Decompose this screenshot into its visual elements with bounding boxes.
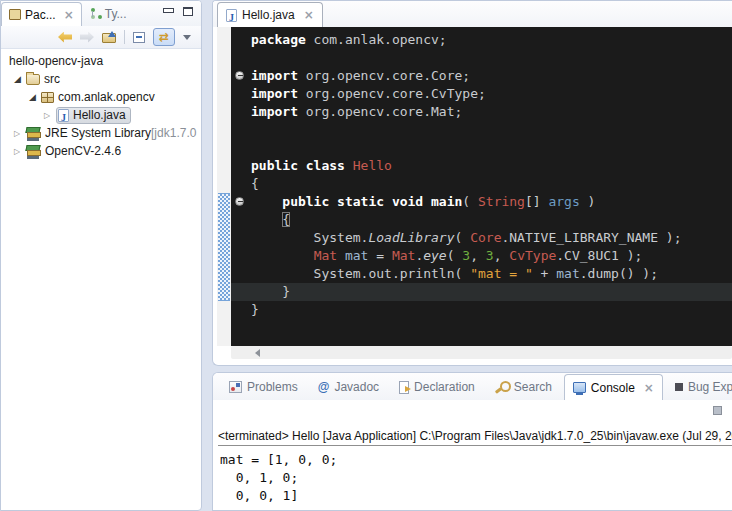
bug-explorer-icon: [675, 383, 683, 391]
up-icon[interactable]: [102, 31, 116, 43]
code-line[interactable]: import org.opencv.core.CvType;: [251, 85, 732, 103]
twistie-collapsed-icon[interactable]: ▷: [44, 111, 56, 120]
bottom-tab-label: Bug Explorer: [688, 380, 732, 394]
link-with-editor-button[interactable]: [153, 28, 175, 46]
forward-icon[interactable]: [80, 32, 94, 43]
package-icon: [41, 92, 54, 103]
view-menu-icon[interactable]: [183, 35, 191, 40]
code-text[interactable]: package com.anlak.opencv; import org.ope…: [231, 27, 732, 346]
package-explorer-tabbar: Pac...×Ty...: [1, 1, 201, 26]
editor-tabbar: Hello.java ×: [213, 1, 732, 27]
scroll-left-icon[interactable]: [255, 349, 260, 357]
view-tab-label: Pac...: [25, 8, 56, 22]
library-icon: [26, 145, 41, 158]
close-icon[interactable]: ×: [644, 382, 654, 394]
code-line[interactable]: }: [231, 283, 732, 301]
maximize-icon[interactable]: [183, 7, 193, 16]
code-editor[interactable]: package com.anlak.opencv; import org.ope…: [217, 27, 732, 346]
package-explorer-view: Pac...×Ty... hello-opencv-java◢src◢com.a…: [0, 0, 202, 511]
bottom-tab-javadoc[interactable]: Javadoc: [310, 374, 387, 400]
twistie-collapsed-icon[interactable]: ▷: [14, 147, 26, 156]
bottom-tab-label: Declaration: [414, 380, 475, 394]
code-line[interactable]: }: [251, 301, 732, 319]
tree-item-label: com.anlak.opencv: [58, 90, 155, 104]
bottom-tab-declaration[interactable]: Declaration: [391, 374, 483, 400]
bottom-tab-label: Console: [591, 381, 635, 395]
code-line[interactable]: [251, 121, 732, 139]
code-line[interactable]: package com.anlak.opencv;: [251, 31, 732, 49]
view-tab-pac[interactable]: Pac...×: [1, 2, 82, 26]
view-window-buttons: [163, 7, 193, 16]
selected-tree-item: Hello.java: [56, 107, 131, 124]
tree-item-decoration: [jdk1.7.0: [151, 126, 196, 140]
package-explorer-toolbar: [1, 26, 201, 49]
tree-item-com-anlak-opencv[interactable]: ◢com.anlak.opencv: [1, 88, 201, 106]
code-line[interactable]: System.out.println( "mat = " + mat.dump(…: [251, 265, 732, 283]
code-line[interactable]: import org.opencv.core.Core;: [251, 67, 732, 85]
eclipse-workbench: { "colors": { "desktop_bg": "#dbe2ef", "…: [0, 0, 732, 511]
bottom-tab-problems[interactable]: Problems: [221, 374, 306, 400]
view-tab-label: Ty...: [105, 7, 127, 21]
twistie-collapsed-icon[interactable]: ▷: [14, 129, 26, 138]
twistie-expanded-icon[interactable]: ◢: [29, 92, 41, 102]
toolbar-separator: [124, 30, 125, 44]
tree-item-label: hello-opencv-java: [9, 54, 103, 68]
tree-item-hello-opencv-java[interactable]: hello-opencv-java: [1, 52, 201, 70]
editor-tab-hello-java[interactable]: Hello.java ×: [217, 2, 323, 27]
collapse-all-icon[interactable]: [133, 32, 145, 43]
console-view: ProblemsJavadocDeclarationSearchConsole×…: [212, 372, 732, 511]
search-icon: [495, 381, 509, 394]
tree-item-opencv-2-4-6[interactable]: ▷OpenCV-2.4.6: [1, 142, 201, 160]
close-icon[interactable]: ×: [64, 9, 74, 21]
view-tab-ty[interactable]: Ty...: [82, 2, 134, 26]
editor-vertical-ruler[interactable]: [217, 27, 231, 346]
bottom-tab-label: Javadoc: [334, 380, 379, 394]
back-icon[interactable]: [58, 32, 72, 43]
code-line[interactable]: {: [251, 175, 732, 193]
code-line[interactable]: [251, 139, 732, 157]
code-line[interactable]: public static void main( String[] args ): [251, 193, 732, 211]
tree-item-label: JRE System Library: [45, 126, 151, 140]
close-icon[interactable]: ×: [304, 9, 314, 21]
code-line[interactable]: System.LoadLibrary( Core.NATIVE_LIBRARY_…: [251, 229, 732, 247]
project-tree: hello-opencv-java◢src◢com.anlak.opencv▷H…: [1, 49, 201, 160]
bottom-tab-bug-explorer[interactable]: Bug Explorer: [667, 374, 732, 400]
javadoc-icon: [318, 380, 330, 394]
problems-icon: [229, 381, 242, 393]
link-with-editor-icon: [159, 30, 169, 44]
bottom-tab-console[interactable]: Console×: [564, 374, 663, 400]
minimize-icon[interactable]: [163, 7, 173, 16]
code-line[interactable]: [251, 49, 732, 67]
twistie-expanded-icon[interactable]: ◢: [14, 74, 26, 84]
source-folder-icon: [26, 74, 40, 85]
console-output[interactable]: mat = [1, 0, 0; 0, 1, 0; 0, 0, 1]: [220, 451, 337, 505]
range-indicator: [218, 193, 230, 301]
editor-horizontal-scrollbar[interactable]: [217, 346, 732, 360]
code-line[interactable]: public class Hello: [251, 157, 732, 175]
editor-tab-label: Hello.java: [242, 8, 295, 22]
console-status-line: <terminated> Hello [Java Application] C:…: [218, 428, 732, 446]
scrollbar-track[interactable]: [231, 346, 732, 359]
tree-item-jre-system-library[interactable]: ▷JRE System Library [jdk1.7.0: [1, 124, 201, 142]
editor-area: Hello.java × package com.anlak.opencv; i…: [212, 0, 732, 366]
fold-collapse-icon[interactable]: [235, 197, 244, 206]
tree-item-hello-java[interactable]: ▷Hello.java: [1, 106, 201, 124]
fold-collapse-icon[interactable]: [235, 71, 244, 80]
bottom-tab-label: Problems: [247, 380, 298, 394]
java-file-icon: [226, 9, 237, 22]
tree-item-src[interactable]: ◢src: [1, 70, 201, 88]
console-icon: [573, 382, 586, 393]
code-line[interactable]: import org.opencv.core.Mat;: [251, 103, 732, 121]
declaration-icon: [399, 381, 409, 394]
bottom-tab-label: Search: [514, 380, 552, 394]
bottom-view-tabbar: ProblemsJavadocDeclarationSearchConsole×…: [213, 373, 732, 400]
code-line[interactable]: Mat mat = Mat.eye( 3, 3, CvType.CV_8UC1 …: [251, 247, 732, 265]
code-line[interactable]: {: [251, 211, 732, 229]
tree-item-label: src: [44, 72, 60, 86]
tree-item-label: OpenCV-2.4.6: [45, 144, 121, 158]
package-explorer-icon: [9, 9, 21, 20]
bottom-tab-search[interactable]: Search: [487, 374, 560, 400]
tree-item-label: Hello.java: [73, 108, 126, 122]
library-icon: [26, 127, 41, 140]
console-toolbar-button[interactable]: [713, 406, 722, 415]
